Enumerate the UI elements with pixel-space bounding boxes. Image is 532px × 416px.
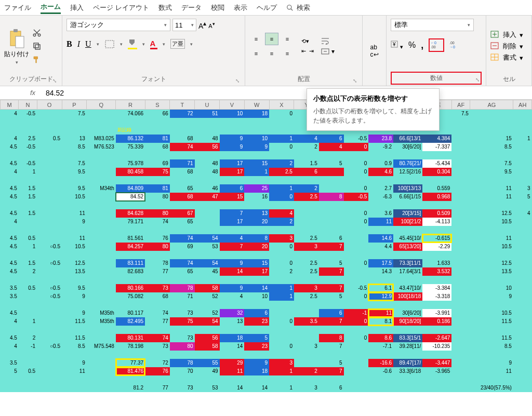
cell[interactable]: 1 (269, 367, 294, 375)
orientation-icon[interactable]: ⟲▾ (301, 38, 314, 45)
cell[interactable]: 9 (62, 292, 87, 301)
cell[interactable]: 78.198 (116, 342, 145, 351)
cell[interactable] (269, 251, 294, 259)
cell[interactable] (269, 226, 294, 234)
cell[interactable]: 47 (195, 193, 220, 201)
cell[interactable] (37, 251, 62, 259)
percent-style-icon[interactable]: % (408, 41, 416, 50)
tab-help[interactable]: ヘルプ (257, 2, 277, 14)
cell[interactable] (269, 276, 294, 284)
increase-indent-icon[interactable]: ⇥ (309, 48, 314, 55)
cell[interactable]: 17.64[3/1 (393, 267, 422, 276)
cell[interactable]: 74 (170, 234, 195, 243)
cell[interactable] (170, 176, 195, 184)
cell[interactable] (294, 176, 319, 184)
cell[interactable]: 18 (244, 110, 269, 118)
cell[interactable] (87, 251, 116, 259)
cell[interactable] (87, 226, 116, 234)
cell[interactable] (269, 334, 294, 342)
cell[interactable] (145, 201, 170, 209)
dialog-launcher-icon[interactable]: ⤡ (235, 78, 240, 84)
cell[interactable] (422, 251, 451, 259)
cell[interactable]: 8.5 (470, 143, 513, 151)
cell[interactable]: 4.5 (1, 234, 19, 243)
cell[interactable]: 2 (269, 159, 294, 168)
cell[interactable] (319, 375, 344, 384)
cell[interactable]: 75 (145, 168, 170, 176)
cell[interactable]: 1 (269, 292, 294, 301)
cell[interactable]: 9 (62, 309, 87, 317)
cell[interactable] (87, 218, 116, 226)
cell[interactable]: 0 (344, 143, 369, 151)
cell[interactable] (393, 276, 422, 284)
cell[interactable]: 13 (244, 209, 269, 218)
cell[interactable]: 2 (19, 334, 37, 342)
cell[interactable] (220, 126, 245, 135)
cell[interactable] (513, 251, 532, 259)
cell[interactable] (244, 326, 269, 334)
cell[interactable] (513, 226, 532, 234)
cell[interactable] (1, 126, 19, 135)
cell[interactable]: 72 (145, 359, 170, 367)
cell[interactable]: 65 (170, 184, 195, 193)
cell[interactable] (37, 151, 62, 159)
cell[interactable] (1, 176, 19, 184)
cell[interactable]: 4 (269, 209, 294, 218)
cell[interactable] (422, 201, 451, 209)
cell[interactable] (344, 234, 369, 243)
cell[interactable]: 52 (195, 292, 220, 301)
tab-insert[interactable]: 挿入 (70, 2, 84, 14)
cell[interactable] (19, 276, 37, 284)
column-header[interactable]: P (62, 100, 87, 110)
cell[interactable] (62, 301, 87, 309)
cell[interactable] (294, 218, 319, 226)
cell[interactable]: ○0.5 (37, 259, 62, 267)
cell[interactable] (451, 176, 470, 184)
cell[interactable] (470, 251, 513, 259)
cell[interactable] (294, 359, 319, 367)
column-header[interactable]: W (244, 100, 269, 110)
cell[interactable]: -9.2 (368, 143, 393, 151)
cell[interactable]: 5 (319, 259, 344, 267)
cell[interactable] (451, 317, 470, 326)
cell[interactable] (393, 326, 422, 334)
cell[interactable] (62, 176, 87, 184)
cell[interactable]: 17 (220, 218, 245, 226)
cell[interactable] (1, 251, 19, 259)
cell[interactable] (195, 218, 220, 226)
cell[interactable]: 48 (195, 168, 220, 176)
cell[interactable]: -7.1 (368, 342, 393, 351)
dialog-launcher-icon[interactable]: ⤡ (353, 78, 357, 84)
cell[interactable] (87, 284, 116, 292)
cell[interactable] (116, 351, 145, 359)
cell[interactable]: 6 (220, 184, 245, 193)
cell[interactable]: ○0.5 (37, 243, 62, 251)
cell[interactable] (37, 184, 62, 193)
cell[interactable] (513, 292, 532, 301)
cell[interactable] (513, 326, 532, 334)
cell[interactable]: 72 (170, 110, 195, 118)
cell[interactable] (1, 226, 19, 234)
cell[interactable]: 3 (269, 234, 294, 243)
cell[interactable] (294, 301, 319, 309)
cell[interactable]: 3.6 (368, 209, 393, 218)
tab-view[interactable]: 表示 (234, 2, 247, 14)
cell[interactable] (319, 209, 344, 218)
cell[interactable]: 11 (470, 193, 513, 201)
cell[interactable] (220, 276, 245, 284)
cell[interactable]: 2 (269, 267, 294, 276)
cell[interactable] (62, 326, 87, 334)
accounting-format-icon[interactable]: ¥▾ (391, 41, 403, 50)
cell[interactable] (244, 276, 269, 284)
column-header[interactable]: AH (513, 100, 532, 110)
cell[interactable] (513, 375, 532, 384)
cell[interactable] (422, 301, 451, 309)
cell[interactable]: 2 (294, 184, 319, 193)
cell[interactable] (37, 168, 62, 176)
bold-button[interactable]: B (66, 39, 72, 49)
cell[interactable] (319, 326, 344, 334)
cell[interactable] (116, 201, 145, 209)
cell[interactable] (393, 301, 422, 309)
cell[interactable]: 1 (19, 168, 37, 176)
cell[interactable]: 12.5[2/16 (393, 168, 422, 176)
